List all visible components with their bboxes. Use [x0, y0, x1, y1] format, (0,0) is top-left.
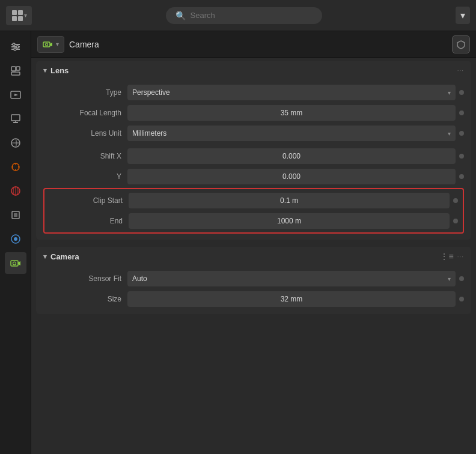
focal-length-input[interactable]: 35 mm — [127, 105, 456, 121]
sidebar-icon-viewlayer[interactable] — [5, 132, 26, 154]
lens-unit-row: Lens Unit Millimeters ▾ — [36, 123, 471, 144]
lens-panel: ▾ Lens ··· Type Perspective ▾ — [36, 61, 471, 240]
sensor-fit-label: Sensor Fit — [43, 274, 127, 283]
svg-rect-0 — [12, 10, 17, 15]
clip-end-row: End 1000 m — [44, 211, 463, 231]
shift-x-value-group: 0.000 — [127, 148, 464, 164]
sidebar-icon-tools[interactable] — [5, 36, 26, 58]
svg-point-7 — [16, 46, 19, 48]
shift-y-input[interactable]: 0.000 — [127, 169, 456, 184]
shift-x-input[interactable]: 0.000 — [127, 148, 456, 164]
camera-panel-icons: ⋮≡ ··· — [440, 252, 464, 261]
workspace-dropdown-icon: ▾ — [460, 10, 465, 21]
svg-rect-12 — [11, 72, 20, 75]
lens-panel-title: Lens — [50, 66, 69, 75]
svg-rect-1 — [18, 10, 23, 15]
top-bar: ▾ 🔍 ▾ — [0, 0, 476, 31]
shift-x-dot — [459, 154, 464, 159]
clip-end-label: End — [44, 217, 129, 225]
top-bar-left: ▾ — [6, 6, 32, 25]
svg-rect-11 — [16, 67, 20, 70]
sidebar-icon-particles[interactable] — [5, 180, 26, 202]
clip-start-value-group: 0.1 m — [129, 193, 463, 208]
lens-unit-dot — [459, 131, 464, 136]
camera-panel-header[interactable]: ▾ Camera ⋮≡ ··· — [36, 247, 471, 266]
type-value-group: Perspective ▾ — [127, 85, 464, 100]
svg-rect-3 — [18, 16, 23, 21]
layout-dropdown-icon: ▾ — [24, 12, 27, 19]
lens-collapse-chevron: ▾ — [43, 67, 47, 74]
layout-switcher-button[interactable]: ▾ — [6, 6, 32, 25]
lens-panel-body: Type Perspective ▾ Focal Length 35 — [36, 80, 471, 240]
svg-rect-33 — [43, 42, 50, 47]
shield-icon — [456, 40, 466, 49]
header-bar: ▾ Camera — [31, 31, 476, 58]
content-area: ▾ Camera ▾ Lens ··· Type — [31, 31, 476, 454]
camera-icon — [43, 39, 53, 50]
sensor-fit-value: Auto — [132, 274, 147, 283]
sensor-size-value: 32 mm — [281, 295, 303, 303]
shield-button[interactable] — [452, 35, 470, 53]
search-input[interactable] — [191, 11, 313, 20]
main-layout: ▾ Camera ▾ Lens ··· Type — [0, 31, 476, 454]
camera-collapse-chevron: ▾ — [43, 253, 47, 261]
camera-panel-title: Camera — [50, 252, 79, 261]
svg-point-34 — [46, 43, 48, 46]
sensor-fit-value-group: Auto ▾ — [127, 271, 464, 286]
clip-start-row: Clip Start 0.1 m — [44, 190, 463, 211]
camera-panel-dots[interactable]: ··· — [457, 253, 464, 260]
clip-end-dot — [453, 219, 458, 223]
search-bar[interactable]: 🔍 — [166, 7, 322, 24]
sensor-size-row: Size 32 mm — [36, 289, 471, 309]
lens-unit-chevron-icon: ▾ — [448, 130, 451, 137]
svg-rect-15 — [13, 122, 18, 123]
sensor-size-dot — [459, 297, 464, 301]
svg-rect-2 — [12, 16, 17, 21]
shift-y-label: Y — [43, 172, 127, 181]
type-dot — [459, 90, 464, 95]
camera-list-icon[interactable]: ⋮≡ — [440, 252, 453, 261]
sensor-fit-dot — [459, 276, 464, 281]
shift-y-row: Y 0.000 — [36, 166, 471, 187]
sensor-fit-row: Sensor Fit Auto ▾ — [36, 268, 471, 289]
svg-rect-31 — [11, 261, 18, 266]
sidebar-icon-constraints[interactable] — [5, 228, 26, 250]
sidebar-icon-output[interactable] — [5, 108, 26, 130]
sidebar-icon-physics[interactable] — [5, 204, 26, 226]
sensor-fit-chevron-icon: ▾ — [448, 276, 451, 282]
shift-x-label: Shift X — [43, 152, 127, 160]
left-sidebar — [0, 31, 31, 454]
svg-point-32 — [13, 262, 16, 265]
layout-icon — [11, 9, 24, 22]
svg-rect-10 — [11, 67, 16, 71]
camera-panel-body: Sensor Fit Auto ▾ Size 32 mm — [36, 266, 471, 314]
sensor-fit-dropdown[interactable]: Auto ▾ — [127, 271, 456, 286]
clip-start-dot — [453, 198, 458, 203]
lens-unit-value: Millimeters — [132, 129, 166, 138]
lens-unit-dropdown[interactable]: Millimeters ▾ — [127, 126, 456, 141]
type-chevron-icon: ▾ — [448, 89, 451, 96]
object-type-dropdown: ▾ — [56, 41, 59, 47]
shift-x-value: 0.000 — [282, 152, 301, 160]
type-row: Type Perspective ▾ — [36, 82, 471, 103]
sidebar-icon-scene[interactable] — [5, 60, 26, 82]
svg-rect-14 — [11, 115, 20, 121]
type-dropdown[interactable]: Perspective ▾ — [127, 85, 456, 100]
sensor-size-input[interactable]: 32 mm — [127, 291, 456, 307]
shift-y-value: 0.000 — [282, 172, 301, 181]
focal-length-row: Focal Length 35 mm — [36, 103, 471, 123]
sidebar-icon-render[interactable] — [5, 84, 26, 106]
workspace-dropdown-button[interactable]: ▾ — [456, 7, 470, 24]
focal-length-dot — [459, 110, 464, 115]
clip-start-input[interactable]: 0.1 m — [129, 193, 450, 208]
sidebar-icon-camera-data[interactable] — [5, 252, 26, 274]
focal-length-value-group: 35 mm — [127, 105, 464, 121]
sidebar-icon-scene-props[interactable] — [5, 156, 26, 178]
lens-panel-dots[interactable]: ··· — [457, 67, 464, 74]
camera-panel-title-group: ▾ Camera — [43, 252, 79, 261]
object-type-button[interactable]: ▾ — [37, 36, 64, 53]
clip-end-input[interactable]: 1000 m — [129, 213, 450, 229]
shift-x-row: Shift X 0.000 — [36, 146, 471, 166]
lens-panel-header[interactable]: ▾ Lens ··· — [36, 61, 471, 80]
lens-unit-value-group: Millimeters ▾ — [127, 126, 464, 141]
